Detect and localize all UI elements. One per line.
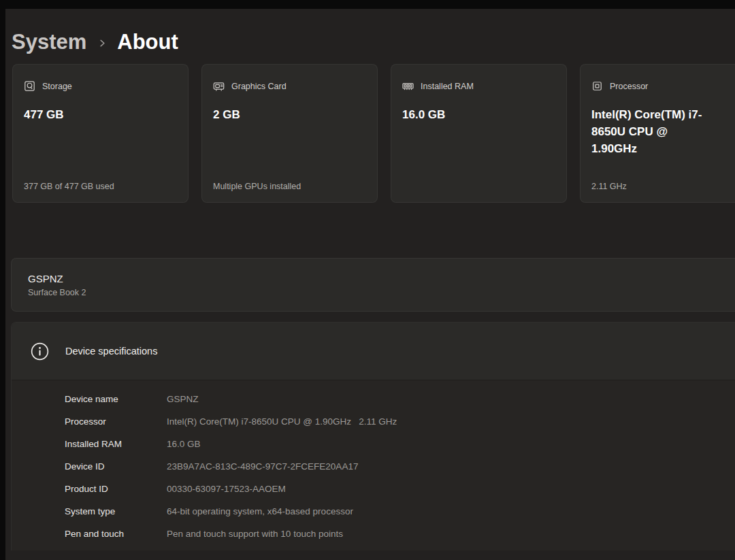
- spec-row-device-id: Device ID 23B9A7AC-813C-489C-97C7-2FCEFE…: [65, 455, 735, 478]
- spec-row-processor: Processor Intel(R) Core(TM) i7-8650U CPU…: [65, 410, 735, 433]
- graphics-card-caption: Multiple GPUs installed: [213, 182, 366, 191]
- summary-cards: Storage 477 GB 377 GB of 477 GB used Gra…: [12, 64, 735, 203]
- spec-value: 16.0 GB: [167, 439, 201, 449]
- spec-label: Device ID: [65, 461, 167, 472]
- breadcrumb: System About: [5, 9, 735, 61]
- installed-ram-card: Installed RAM 16.0 GB: [391, 64, 567, 203]
- spec-label: Device name: [65, 394, 167, 404]
- spec-label: Product ID: [65, 484, 167, 494]
- device-name-banner: GSPNZ Surface Book 2: [11, 258, 735, 312]
- storage-card-header: Storage: [24, 80, 177, 92]
- device-specifications-panel: Device specifications Device name GSPNZ …: [11, 322, 735, 550]
- installed-ram-header: Installed RAM: [402, 80, 555, 92]
- storage-icon: [24, 80, 35, 92]
- spec-label: Pen and touch: [65, 529, 167, 539]
- graphics-card-value: 2 GB: [213, 106, 366, 123]
- breadcrumb-system[interactable]: System: [12, 30, 86, 54]
- storage-card-caption: 377 GB of 477 GB used: [24, 182, 177, 191]
- spec-value: GSPNZ: [167, 394, 199, 404]
- installed-ram-value: 16.0 GB: [402, 106, 555, 123]
- spec-row-system-type: System type 64-bit operating system, x64…: [65, 500, 735, 523]
- processor-card: Processor Intel(R) Core(TM) i7-8650U CPU…: [580, 64, 735, 203]
- breadcrumb-chevron-icon: [97, 38, 108, 48]
- graphics-card-card: Graphics Card 2 GB Multiple GPUs install…: [201, 64, 378, 203]
- graphics-card-label: Graphics Card: [231, 82, 287, 91]
- spec-row-device-name: Device name GSPNZ: [65, 388, 735, 410]
- device-name: GSPNZ: [28, 273, 735, 284]
- spec-label: System type: [65, 506, 167, 516]
- info-icon: [31, 342, 49, 361]
- storage-card-label: Storage: [42, 82, 72, 91]
- device-specifications-title: Device specifications: [65, 346, 157, 357]
- processor-card-caption: 2.11 GHz: [591, 182, 735, 191]
- storage-card: Storage 477 GB 377 GB of 477 GB used: [12, 64, 189, 203]
- ram-icon: [402, 80, 414, 92]
- processor-card-header: Processor: [591, 80, 735, 92]
- spec-value: 00330-63097-17523-AAOEM: [167, 484, 286, 494]
- cpu-icon: [591, 80, 603, 92]
- spec-value: 23B9A7AC-813C-489C-97C7-2FCEFE20AA17: [167, 461, 358, 472]
- settings-about-page: System About Storage 477 GB 377 GB of 47…: [5, 9, 735, 560]
- processor-card-label: Processor: [610, 82, 648, 91]
- storage-card-value: 477 GB: [24, 106, 177, 123]
- device-model: Surface Book 2: [28, 288, 735, 297]
- spec-value: Intel(R) Core(TM) i7-8650U CPU @ 1.90GHz…: [167, 416, 397, 427]
- device-specifications-body: Device name GSPNZ Processor Intel(R) Cor…: [12, 380, 735, 550]
- breadcrumb-about: About: [117, 30, 178, 54]
- installed-ram-label: Installed RAM: [421, 82, 474, 91]
- gpu-icon: [213, 80, 225, 92]
- spec-row-installed-ram: Installed RAM 16.0 GB: [65, 433, 735, 455]
- device-specifications-header[interactable]: Device specifications: [12, 323, 735, 380]
- spec-value: 64-bit operating system, x64-based proce…: [167, 506, 353, 516]
- spec-label: Installed RAM: [65, 439, 167, 449]
- graphics-card-header: Graphics Card: [213, 80, 366, 92]
- spec-row-product-id: Product ID 00330-63097-17523-AAOEM: [65, 478, 735, 500]
- spec-value: Pen and touch support with 10 touch poin…: [167, 529, 343, 539]
- processor-card-value: Intel(R) Core(TM) i7-8650U CPU @ 1.90GHz: [591, 106, 715, 157]
- spec-label: Processor: [65, 416, 167, 427]
- spec-row-pen-and-touch: Pen and touch Pen and touch support with…: [65, 523, 735, 545]
